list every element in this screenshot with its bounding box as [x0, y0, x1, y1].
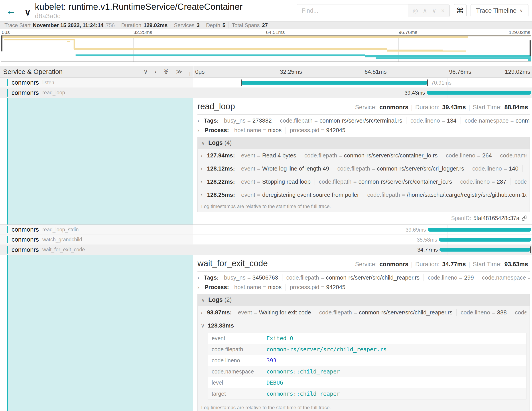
log-timestamp: 128.22ms: — [207, 178, 235, 185]
find-addon: ◎ ∧ ∨ × — [408, 4, 449, 17]
log-timestamp: 128.33ms — [208, 322, 234, 329]
expand-one-icon[interactable]: › — [154, 68, 156, 75]
trace-titles: kubelet: runtime.v1.RuntimeService/Creat… — [35, 1, 242, 20]
log-field: event=Stopping read loop — [237, 178, 314, 185]
service-name: conmonrs — [11, 236, 39, 243]
log-entry[interactable]: › 127.94ms: event=Read 4 bytes code.file… — [198, 149, 530, 162]
process-toggle[interactable]: › Process: host.name=nixos process.pid=9… — [198, 127, 530, 134]
service-name: conmonrs — [11, 89, 39, 96]
span-row-read-loop-stdin[interactable]: conmonrs read_loop_stdin 39.69ms — [0, 225, 532, 235]
log-field: code.lineno=140 — [468, 165, 522, 172]
stat-value: 27 — [262, 22, 268, 29]
span-row-listen[interactable]: conmonrs listen 70.91ms — [0, 78, 532, 88]
next-result-icon[interactable]: ∨ — [432, 7, 436, 14]
tags-toggle[interactable]: › Tags: busy_ns=34506763 code.filepath=c… — [198, 274, 530, 281]
trace-view-picker[interactable]: Trace Timeline ∨ — [471, 4, 528, 17]
timeline-minimap[interactable]: 0μs 32.25ms 64.51ms 96.76ms 129.02ms — [0, 29, 532, 63]
prev-result-icon[interactable]: ∧ — [423, 7, 427, 14]
minimap-left-handle[interactable] — [1, 36, 2, 51]
log-entry-expanded[interactable]: ∨ 128.33ms — [198, 319, 530, 332]
tick-label: 129.02ms — [509, 29, 530, 35]
log-field: code.namespace=conmonrs::co… — [496, 152, 526, 159]
process-list: host.name=nixos process.pid=942045 — [230, 127, 349, 134]
tags-toggle[interactable]: › Tags: busy_ns=273882 code.filepath=con… — [198, 117, 530, 124]
log-timestamp: 128.12ms: — [207, 165, 235, 172]
divider — [198, 114, 530, 115]
span-name-cell[interactable]: conmonrs read_loop_stdin — [0, 225, 193, 235]
stat-value: November 15 2022, 11:24:14 — [33, 22, 104, 29]
span-name-cell[interactable]: conmonrs watch_grandchild — [0, 235, 193, 245]
back-button[interactable]: ← — [0, 0, 22, 21]
locate-icon[interactable]: ◎ — [413, 7, 418, 14]
gridline — [278, 245, 278, 255]
span-track[interactable]: 39.43ms — [193, 88, 532, 98]
meta-value: 34.77ms — [442, 261, 466, 268]
log-entry[interactable]: › 128.25ms: event=deregistering event so… — [198, 188, 530, 201]
span-name-cell[interactable]: conmonrs wait_for_exit_code — [0, 245, 193, 255]
span-bar[interactable] — [439, 248, 531, 252]
process-tag: process.pid=942045 — [285, 127, 349, 134]
divider: | — [469, 261, 470, 268]
tags-label: Tags: — [204, 274, 218, 281]
stat-label: Duration — [121, 22, 141, 29]
log-entry[interactable]: › 93.87ms: event=Waiting for exit code c… — [198, 306, 530, 319]
collapse-one-icon[interactable]: ∨ — [143, 68, 148, 75]
service-name: conmonrs — [11, 246, 39, 253]
tick-label: 96.76ms — [399, 29, 417, 35]
chevron-right-icon: › — [198, 275, 201, 281]
span-row-wait-for-exit-code[interactable]: conmonrs wait_for_exit_code 34.77ms — [0, 245, 532, 255]
collapse-trace-chevron-icon[interactable]: ∨ — [24, 8, 31, 17]
ruler-tick: 0μs — [195, 68, 205, 75]
logs-section: ∨ Logs (4) › 127.94ms: event=Read 4 byte… — [198, 137, 530, 212]
table-value: conmonrs::child_reaper — [265, 366, 342, 377]
column-resize-handle[interactable]: || — [189, 71, 192, 77]
link-icon[interactable] — [522, 215, 528, 221]
table-key: level — [208, 377, 265, 388]
span-track[interactable]: 39.69ms — [193, 225, 532, 235]
minimap-canvas[interactable] — [1, 35, 531, 62]
stat-label: Services — [174, 22, 194, 29]
find-input[interactable] — [297, 4, 408, 17]
process-toggle[interactable]: › Process: host.name=nixos process.pid=9… — [198, 284, 530, 291]
span-bar[interactable] — [428, 228, 531, 232]
span-bar[interactable] — [241, 81, 428, 85]
gridline — [278, 235, 278, 245]
log-field: code.lineno=388 — [456, 309, 511, 316]
clear-search-icon[interactable]: × — [441, 7, 445, 14]
log-field: code.filepath=conmon-rs/server/src/cri_l… — [333, 165, 468, 172]
span-track[interactable]: 35.58ms — [193, 235, 532, 245]
span-name-cell[interactable]: conmonrs listen — [0, 78, 193, 88]
service-accent-bar — [7, 236, 8, 243]
stat-duration: Duration 129.02ms — [118, 22, 171, 29]
logs-header[interactable]: ∨ Logs (4) — [198, 137, 530, 149]
operation-name: read_loop_stdin — [42, 227, 79, 233]
meta-value: 88.84ms — [504, 104, 528, 111]
service-accent-bar — [7, 246, 8, 254]
span-bar[interactable] — [427, 91, 531, 95]
span-row-read-loop[interactable]: conmonrs read_loop 39.43ms — [0, 88, 532, 98]
divider: | — [411, 104, 413, 111]
keyboard-shortcuts-button[interactable]: ⌘ — [454, 4, 466, 17]
tag: code.filepath=conmon-rs/server/src/termi… — [276, 117, 406, 124]
span-row-watch-grandchild[interactable]: conmonrs watch_grandchild 35.58ms — [0, 235, 532, 245]
trace-id: d8a3a0c — [35, 12, 242, 20]
log-entry[interactable]: › 128.22ms: event=Stopping read loop cod… — [198, 175, 530, 188]
gridline — [363, 245, 363, 255]
chevron-right-icon: › — [201, 179, 204, 185]
span-bar[interactable] — [439, 238, 531, 242]
span-duration-label: 35.58ms — [417, 235, 437, 245]
expand-all-icon[interactable]: ≫ — [176, 68, 182, 75]
tag: code.namespace=conmonrs::terminal — [461, 117, 530, 124]
stat-value: 5 — [222, 22, 225, 29]
process-tag: host.name=nixos — [230, 127, 285, 134]
minimap-right-handle[interactable] — [530, 40, 531, 56]
span-track[interactable]: 70.91ms — [193, 78, 532, 88]
span-track[interactable]: 34.77ms — [193, 245, 532, 255]
logs-header[interactable]: ∨ Logs (2) — [198, 294, 530, 306]
tick-label: 64.51ms — [266, 29, 285, 35]
log-marker — [530, 246, 531, 253]
log-entry[interactable]: › 128.12ms: event=Wrote log line of leng… — [198, 162, 530, 175]
collapse-all-icon[interactable]: ≫ — [163, 68, 170, 75]
span-name-cell[interactable]: conmonrs read_loop — [0, 88, 193, 98]
service-name: conmonrs — [11, 226, 39, 233]
